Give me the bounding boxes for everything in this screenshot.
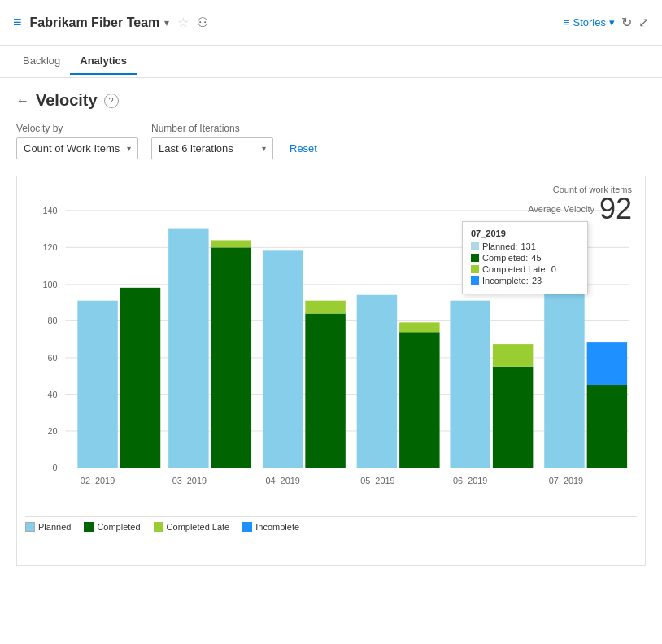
velocity-by-chevron-icon: ▾ — [127, 144, 131, 153]
bar-05-planned[interactable] — [357, 295, 397, 468]
page-content: ← Velocity ? Velocity by Count of Work I… — [0, 78, 662, 579]
tooltip-incomplete-label: Incomplete: — [482, 276, 529, 285]
tooltip-planned-value: 131 — [520, 242, 535, 251]
velocity-summary: Count of work items Average Velocity 92 — [528, 185, 632, 224]
page-title-row: ← Velocity ? — [16, 91, 646, 110]
legend-completed-late: Completed Late — [154, 522, 230, 532]
svg-text:100: 100 — [42, 280, 57, 289]
velocity-by-value: Count of Work Items — [24, 142, 120, 154]
legend-planned: Planned — [25, 522, 71, 532]
refresh-button[interactable]: ↻ — [621, 15, 632, 30]
velocity-value: 92 — [599, 194, 632, 224]
svg-text:05_2019: 05_2019 — [360, 476, 394, 485]
tooltip-completed-late-label: Completed Late: — [482, 264, 548, 274]
bar-06-completed-late[interactable] — [493, 344, 533, 367]
tooltip-planned-swatch — [471, 242, 479, 250]
svg-text:120: 120 — [42, 242, 57, 252]
header-actions: ≡ Stories ▾ ↻ ⤢ — [564, 15, 649, 30]
stories-label: Stories — [573, 16, 606, 28]
team-name: Fabrikam Fiber Team — [30, 15, 160, 30]
svg-text:02_2019: 02_2019 — [81, 476, 115, 485]
bar-05-completed[interactable] — [399, 332, 439, 468]
bar-02-completed[interactable] — [120, 288, 160, 468]
legend-incomplete: Incomplete — [242, 522, 299, 532]
iterations-label: Number of Iterations — [151, 123, 273, 134]
page-title: Velocity — [36, 91, 98, 110]
help-icon[interactable]: ? — [104, 94, 119, 108]
favorite-icon[interactable]: ☆ — [177, 15, 189, 30]
chart-legend: Planned Completed Completed Late Incompl… — [25, 516, 637, 532]
bar-07-completed[interactable] — [587, 385, 627, 468]
bar-05-completed-late[interactable] — [399, 322, 439, 332]
svg-text:60: 60 — [47, 353, 57, 363]
iterations-value: Last 6 iterations — [159, 142, 233, 154]
tooltip-completed-value: 45 — [531, 253, 541, 263]
tooltip-incomplete-row: Incomplete: 23 — [471, 276, 579, 285]
bar-07-incomplete[interactable] — [587, 342, 627, 385]
reset-button[interactable]: Reset — [286, 137, 320, 159]
bar-03-completed[interactable] — [211, 247, 251, 468]
bar-03-completed-late[interactable] — [211, 240, 251, 247]
tooltip: 07_2019 Planned: 131 Completed: 45 Compl… — [462, 221, 588, 294]
svg-text:03_2019: 03_2019 — [172, 476, 207, 485]
velocity-by-select[interactable]: Count of Work Items ▾ — [16, 137, 138, 159]
app-icon: ≡ — [13, 14, 22, 31]
velocity-by-label: Velocity by — [16, 123, 138, 134]
svg-text:04_2019: 04_2019 — [265, 476, 299, 485]
legend-incomplete-swatch — [242, 522, 252, 532]
tooltip-completed-late-swatch — [471, 265, 479, 273]
iterations-filter: Number of Iterations Last 6 iterations ▾ — [151, 123, 273, 159]
tooltip-title: 07_2019 — [471, 228, 579, 238]
chart-container: Count of work items Average Velocity 92 … — [16, 176, 646, 566]
svg-text:06_2019: 06_2019 — [453, 476, 487, 485]
legend-completed-swatch — [84, 522, 94, 532]
legend-completed-late-swatch — [154, 522, 163, 532]
svg-text:07_2019: 07_2019 — [549, 476, 583, 485]
tooltip-incomplete-swatch — [471, 276, 479, 285]
legend-planned-swatch — [25, 522, 35, 532]
legend-completed: Completed — [84, 522, 140, 532]
stories-chevron-icon: ▾ — [609, 16, 615, 28]
tab-analytics[interactable]: Analytics — [70, 48, 137, 75]
tooltip-completed-late-row: Completed Late: 0 — [471, 264, 579, 274]
tooltip-incomplete-value: 23 — [532, 276, 542, 285]
velocity-by-filter: Velocity by Count of Work Items ▾ — [16, 123, 138, 159]
team-icon[interactable]: ⚇ — [197, 15, 208, 30]
iterations-select[interactable]: Last 6 iterations ▾ — [151, 137, 273, 159]
legend-completed-late-label: Completed Late — [167, 522, 230, 532]
svg-text:80: 80 — [47, 315, 57, 325]
bar-06-planned[interactable] — [450, 301, 490, 468]
tooltip-completed-label: Completed: — [482, 253, 528, 263]
tooltip-planned-row: Planned: 131 — [471, 242, 579, 251]
legend-incomplete-label: Incomplete — [255, 522, 299, 532]
bar-02-planned[interactable] — [77, 301, 117, 468]
svg-text:140: 140 — [42, 206, 57, 215]
nav-tabs: Backlog Analytics — [0, 46, 662, 78]
tooltip-completed-late-value: 0 — [551, 264, 556, 274]
bar-04-planned[interactable] — [263, 250, 303, 468]
tab-backlog[interactable]: Backlog — [13, 48, 70, 75]
legend-completed-label: Completed — [97, 522, 140, 532]
iterations-chevron-icon: ▾ — [262, 144, 266, 153]
expand-button[interactable]: ⤢ — [638, 15, 649, 30]
stories-button[interactable]: ≡ Stories ▾ — [564, 16, 615, 28]
app-header: ≡ Fabrikam Fiber Team ▾ ☆ ⚇ ≡ Stories ▾ … — [0, 0, 662, 46]
tooltip-planned-label: Planned: — [482, 242, 517, 251]
filters-row: Velocity by Count of Work Items ▾ Number… — [16, 123, 646, 159]
bar-04-completed[interactable] — [305, 313, 345, 468]
tooltip-completed-swatch — [471, 254, 479, 262]
bar-03-planned[interactable] — [168, 229, 208, 468]
bar-04-completed-late[interactable] — [305, 301, 345, 314]
svg-text:40: 40 — [47, 389, 57, 399]
stories-icon: ≡ — [564, 16, 570, 28]
svg-text:0: 0 — [53, 463, 58, 472]
team-chevron-icon[interactable]: ▾ — [164, 17, 169, 28]
avg-label: Average Velocity — [528, 204, 594, 214]
tooltip-completed-row: Completed: 45 — [471, 253, 579, 263]
back-button[interactable]: ← — [16, 94, 29, 108]
legend-planned-label: Planned — [38, 522, 71, 532]
svg-text:20: 20 — [47, 426, 57, 436]
bar-06-completed[interactable] — [493, 367, 533, 468]
